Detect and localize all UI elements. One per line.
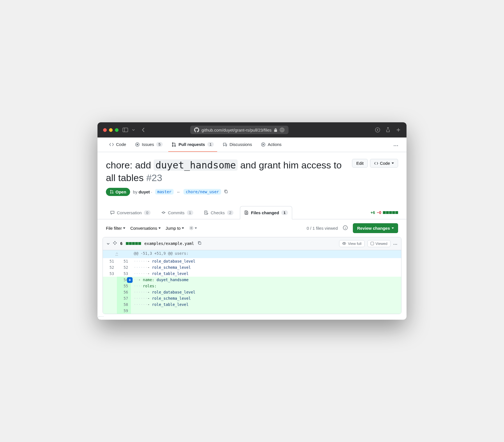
review-changes-button[interactable]: Review changes (353, 223, 398, 233)
svg-point-6 (172, 145, 174, 146)
tab-conversation[interactable]: Conversation 0 (106, 206, 155, 219)
octotree-handle[interactable]: ctotreeO (97, 316, 104, 319)
caret-down-icon (182, 227, 184, 229)
line-number-old (103, 301, 117, 308)
files-viewed-text: 0 / 1 files viewed (307, 226, 338, 231)
file-path[interactable]: examples/example.yaml (144, 241, 194, 246)
diff-line: 54+··- name: duyet_handsome (103, 277, 401, 283)
pr-header: chore: add duyet_handsome and grant him … (97, 152, 407, 201)
expand-up-icon[interactable] (103, 250, 131, 258)
code-cell[interactable]: ······- role_table_level (131, 270, 401, 277)
state-badge: Open (106, 188, 130, 196)
line-number-old (103, 295, 117, 301)
caret-down-icon (195, 227, 197, 229)
expand-all-icon[interactable] (113, 241, 117, 246)
jump-to-dropdown[interactable]: Jump to (166, 226, 184, 231)
info-icon[interactable] (343, 225, 348, 231)
tab-files-changed[interactable]: Files changed 1 (240, 206, 292, 219)
tab-checks[interactable]: Checks 2 (200, 206, 238, 219)
nav-more-icon[interactable] (394, 142, 398, 147)
nav-code[interactable]: Code (106, 137, 130, 152)
base-branch[interactable]: master (155, 189, 174, 195)
conversations-dropdown[interactable]: Conversations (130, 226, 161, 231)
line-number-old (103, 277, 117, 283)
diff-line: 5252······- role_schema_level (103, 264, 401, 270)
browser-window: github.com/duyet/grant-rs/pull/23/files … (97, 122, 407, 319)
line-number-new: 51 (117, 258, 131, 264)
code-cell[interactable] (131, 308, 401, 314)
commit-icon (161, 210, 166, 215)
maximize-window-icon[interactable] (115, 128, 119, 132)
svg-point-5 (172, 143, 174, 144)
line-number-new: 52 (117, 264, 131, 270)
issue-icon (135, 142, 140, 147)
svg-rect-15 (225, 191, 228, 193)
traffic-lights (103, 128, 119, 132)
pr-icon (110, 190, 114, 194)
line-number-new: 56 (117, 289, 131, 295)
play-icon (261, 142, 265, 147)
share-icon[interactable] (386, 127, 390, 133)
diff-settings-icon[interactable] (189, 226, 197, 230)
copy-path-icon[interactable] (197, 241, 201, 246)
svg-point-23 (395, 244, 396, 245)
code-cell[interactable]: ······- role_database_level (131, 289, 401, 295)
caret-down-icon (392, 163, 394, 164)
svg-point-10 (396, 145, 396, 146)
code-button[interactable]: Code (370, 159, 398, 168)
line-number-new: 53 (117, 270, 131, 277)
svg-point-11 (397, 145, 398, 146)
line-number-old (103, 308, 117, 314)
edit-button[interactable]: Edit (352, 159, 368, 168)
url-bar[interactable]: github.com/duyet/grant-rs/pull/23/files … (190, 126, 288, 134)
back-icon[interactable] (142, 127, 145, 132)
file-more-icon[interactable] (393, 241, 397, 246)
code-icon (109, 142, 114, 147)
code-cell[interactable]: ······- role_schema_level (131, 295, 401, 301)
code-cell[interactable]: ······- role_table_level (131, 301, 401, 308)
pr-tabs: Conversation 0 Commits 1 Checks 2 Files … (97, 206, 407, 219)
svg-rect-17 (205, 211, 207, 214)
svg-point-12 (110, 190, 111, 191)
code-cell[interactable]: ······- role_database_level (131, 258, 401, 264)
code-icon (374, 161, 378, 165)
pr-icon (172, 142, 176, 147)
file-filter-dropdown[interactable]: File filter (106, 226, 125, 231)
download-icon[interactable] (375, 127, 380, 133)
sidebar-toggle-icon[interactable] (122, 128, 128, 132)
code-cell[interactable]: +··- name: duyet_handsome (131, 277, 401, 283)
head-branch[interactable]: chore/new_user (183, 189, 221, 195)
arrow-left-icon: ← (176, 190, 181, 194)
diff-line: 55····roles: (103, 283, 401, 289)
line-number-new: 58 (117, 301, 131, 308)
svg-point-22 (394, 244, 394, 245)
tab-commits[interactable]: Commits 1 (157, 206, 197, 219)
svg-point-4 (137, 144, 138, 145)
copy-branch-icon[interactable] (224, 190, 228, 194)
line-number-new: 57 (117, 295, 131, 301)
nav-pull-requests[interactable]: Pull requests 1 (168, 137, 217, 152)
view-full-button[interactable]: View full (339, 240, 364, 247)
author-link[interactable]: duyet (139, 190, 150, 194)
nav-discussions[interactable]: Discussions (219, 137, 255, 152)
diff-view: @@ -51,3 +51,9 @@ users: 5151······- rol… (103, 250, 401, 314)
svg-point-16 (163, 212, 164, 213)
issues-count: 5 (156, 142, 163, 147)
nav-issues[interactable]: Issues 5 (132, 137, 166, 152)
add-comment-icon[interactable]: + (127, 277, 133, 283)
url-text: github.com/duyet/grant-rs/pull/23/files (201, 128, 271, 132)
comment-icon (110, 210, 115, 215)
nav-actions[interactable]: Actions (258, 137, 285, 152)
viewed-checkbox[interactable]: Viewed (367, 240, 391, 247)
prs-count: 1 (207, 142, 214, 147)
pr-title: chore: add duyet_handsome and grant him … (106, 159, 349, 184)
code-cell[interactable]: ····roles: (131, 283, 401, 289)
collapse-file-icon[interactable] (107, 241, 110, 246)
new-tab-icon[interactable] (396, 127, 401, 133)
close-window-icon[interactable] (103, 128, 107, 132)
reader-icon[interactable]: ⋯ (280, 127, 285, 132)
hunk-header: @@ -51,3 +51,9 @@ users: (103, 250, 401, 258)
chevron-down-icon[interactable] (132, 129, 135, 131)
minimize-window-icon[interactable] (109, 128, 113, 132)
code-cell[interactable]: ······- role_schema_level (131, 264, 401, 270)
